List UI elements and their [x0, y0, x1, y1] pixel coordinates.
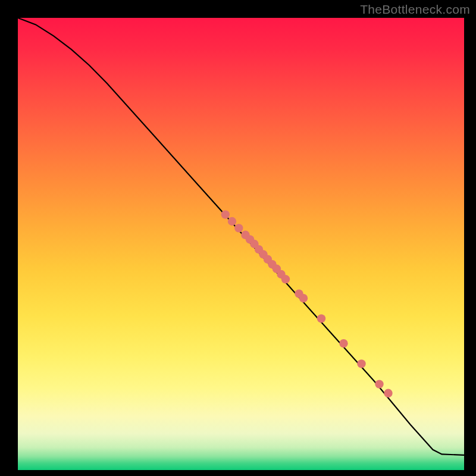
data-point — [228, 217, 236, 226]
data-point — [357, 359, 365, 368]
data-point — [234, 224, 243, 232]
chart-data-points — [221, 210, 393, 397]
chart-plot-area — [18, 18, 464, 470]
chart-svg — [18, 18, 464, 470]
attribution-text: TheBottleneck.com — [360, 2, 470, 17]
data-point — [221, 210, 230, 218]
chart-curve-line — [18, 18, 464, 455]
data-point — [299, 294, 308, 302]
data-point — [375, 380, 383, 388]
data-point — [339, 339, 347, 347]
data-point — [384, 389, 392, 397]
data-point — [317, 314, 325, 322]
data-point — [281, 275, 290, 283]
